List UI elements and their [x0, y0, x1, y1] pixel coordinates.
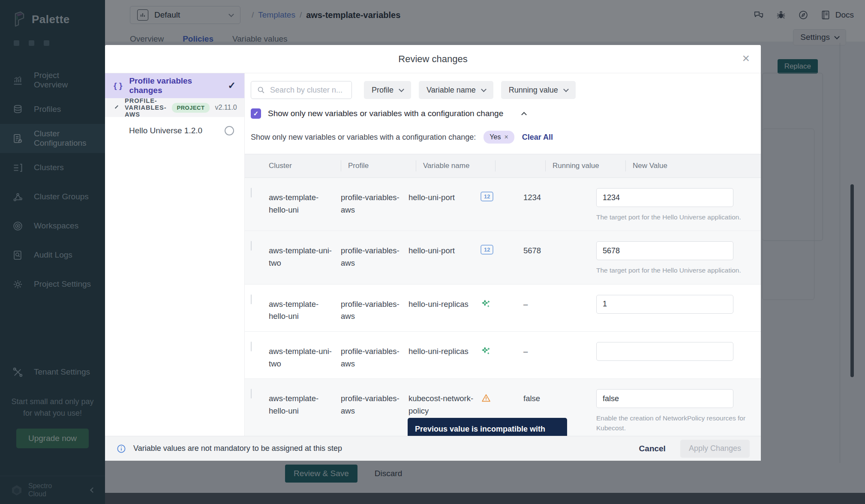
profile-version: v2.11.0 — [215, 104, 237, 111]
column-divider — [416, 160, 416, 171]
incompatible-value-tooltip: Previous value is incompatible with new … — [408, 418, 567, 436]
variable-help-text: Enable the creation of NetworkPolicy res… — [596, 413, 751, 433]
modal-header: Review changes × — [105, 45, 761, 73]
chevron-up-icon[interactable] — [521, 112, 527, 117]
modal-content: ProfileVariable nameRunning value ✓ Show… — [245, 73, 761, 436]
close-icon[interactable]: × — [742, 52, 750, 65]
sparkles-icon — [481, 345, 492, 357]
checkbox-checked-icon[interactable]: ✓ — [251, 108, 261, 119]
profile-name: profile-variables-aws — [341, 342, 408, 370]
column-header-profile: Profile — [348, 162, 416, 170]
pack-row-hello-universe[interactable]: Hello Universe 1.2.0 — [105, 117, 244, 144]
cluster-search — [251, 81, 352, 99]
variable-name: hello-uni-port — [408, 241, 481, 257]
filter-dropdown-running-value[interactable]: Running value — [501, 81, 576, 99]
active-filter-label: Show only new variables or variables wit… — [251, 133, 476, 142]
variable-help-text: The target port for the Hello Universe a… — [596, 265, 751, 275]
radio-unchecked-icon[interactable] — [225, 126, 234, 135]
row-checkbox[interactable] — [251, 241, 252, 251]
table-row: aws-template-uni-twoprofile-variables-aw… — [245, 231, 761, 284]
running-value: 5678 — [523, 241, 596, 257]
clear-all-button[interactable]: Clear All — [522, 133, 553, 142]
filter-chip-yes: Yes × — [484, 131, 514, 144]
profile-name: profile-variables-aws — [341, 188, 408, 216]
variable-name: kubecost-network-policy — [408, 389, 481, 417]
braces-icon: { } — [114, 81, 123, 90]
sparkles-icon — [481, 298, 492, 309]
profile-group-row[interactable]: PROFILE-VARIABLES-AWS PROJECT v2.11.0 — [105, 98, 244, 117]
new-value-input[interactable] — [596, 188, 733, 207]
column-header-empty — [251, 162, 269, 170]
profile-name: profile-variables-aws — [341, 295, 408, 323]
running-value: – — [523, 342, 596, 358]
column-divider — [341, 160, 341, 171]
review-changes-modal: Review changes × { } Profile variables c… — [105, 45, 761, 461]
new-value-input[interactable] — [596, 241, 733, 260]
column-header-variable-name: Variable name — [423, 162, 495, 170]
new-value-input[interactable] — [596, 389, 733, 408]
table-body: aws-template-hello-uniprofile-variables-… — [245, 178, 761, 436]
running-value: – — [523, 295, 596, 311]
show-only-new-checkbox-label: Show only new variables or variables wit… — [268, 109, 503, 118]
nav-item-profile-variables-changes[interactable]: { } Profile variables changes ✓ — [105, 73, 244, 98]
modal-title: Review changes — [398, 54, 467, 65]
filter-dropdown-profile[interactable]: Profile — [364, 81, 411, 99]
new-value-input[interactable] — [596, 295, 733, 314]
cluster-name: aws-template-hello-uni — [269, 295, 341, 323]
remove-filter-icon[interactable]: × — [504, 133, 508, 141]
modal-left-panel: { } Profile variables changes ✓ PROFILE-… — [105, 73, 245, 436]
search-icon — [256, 85, 266, 95]
scope-badge: PROJECT — [172, 103, 210, 113]
chevron-down-icon — [563, 87, 569, 92]
check-icon: ✓ — [228, 80, 236, 91]
column-header-cluster: Cluster — [269, 162, 341, 170]
footer-note: Variable values are not mandatory to be … — [133, 444, 342, 453]
profile-name: profile-variables-aws — [341, 389, 408, 417]
variable-name: hello-uni-port — [408, 188, 481, 204]
column-divider — [495, 160, 496, 171]
row-checkbox[interactable] — [251, 188, 252, 198]
info-icon — [116, 444, 126, 454]
apply-changes-button[interactable]: Apply Changes — [680, 440, 750, 458]
table-row: aws-template-hello-uniprofile-variables-… — [245, 285, 761, 332]
row-checkbox[interactable] — [251, 342, 252, 351]
profile-group-name: PROFILE-VARIABLES-AWS — [125, 97, 167, 118]
cluster-name: aws-template-uni-two — [269, 241, 341, 269]
table-row: aws-template-hello-uniprofile-variables-… — [245, 178, 761, 231]
search-input[interactable] — [270, 86, 346, 95]
column-header-running-value: Running value — [553, 162, 625, 170]
modal-footer: Variable values are not mandatory to be … — [105, 436, 761, 461]
filter-dropdowns: ProfileVariable nameRunning value — [364, 81, 576, 99]
column-header-new-value: New Value — [633, 162, 755, 170]
cluster-name: aws-template-hello-uni — [269, 188, 341, 216]
number-icon: 12 — [481, 192, 493, 201]
variable-name: hello-uni-replicas — [408, 342, 481, 358]
profile-name: profile-variables-aws — [341, 241, 408, 269]
table-header: ClusterProfileVariable nameRunning value… — [245, 154, 761, 178]
variable-help-text: The target port for the Hello Universe a… — [596, 212, 751, 222]
column-header-empty — [502, 162, 545, 170]
cluster-name: aws-template-uni-two — [269, 342, 341, 370]
row-checkbox[interactable] — [251, 294, 252, 304]
column-divider — [545, 160, 546, 171]
chevron-down-icon — [115, 105, 118, 108]
cluster-name: aws-template-hello-uni — [269, 389, 341, 417]
running-value: false — [523, 389, 596, 405]
chevron-down-icon — [481, 87, 487, 92]
warning-icon — [481, 393, 492, 404]
column-divider — [625, 160, 626, 171]
filter-dropdown-variable-name[interactable]: Variable name — [419, 81, 493, 99]
variable-name: hello-uni-replicas — [408, 295, 481, 311]
running-value: 1234 — [523, 188, 596, 204]
row-checkbox[interactable] — [251, 389, 252, 399]
table-row: aws-template-uni-twoprofile-variables-aw… — [245, 332, 761, 379]
number-icon: 12 — [481, 245, 493, 255]
new-value-input[interactable] — [596, 342, 733, 361]
cancel-button[interactable]: Cancel — [639, 444, 666, 453]
chevron-down-icon — [399, 87, 404, 92]
